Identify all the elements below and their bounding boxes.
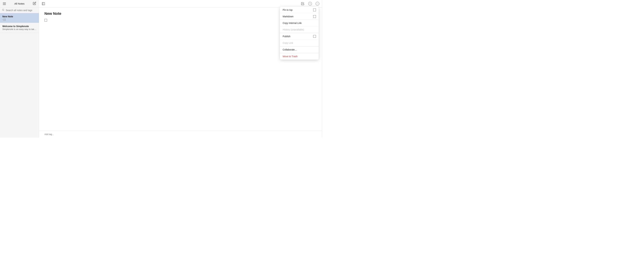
context-menu-item-pin-to-top[interactable]: Pin to top [280, 7, 319, 13]
hamburger-icon [2, 2, 6, 6]
info-button[interactable]: i [308, 1, 312, 6]
note-footer [39, 130, 322, 138]
context-menu-item-collaborate[interactable]: Collaborate... [280, 46, 319, 53]
context-menu-item-copy-internal-link[interactable]: Copy Internal Link [280, 20, 319, 26]
context-menu-label: Pin to top [283, 8, 292, 11]
context-menu-label: Publish [283, 35, 290, 38]
context-menu-label: Copy Link [283, 42, 293, 44]
new-note-button[interactable] [32, 1, 37, 6]
panel-icon [42, 2, 45, 6]
toolbar-left [41, 1, 46, 6]
note-item-title: Welcome to Simplenote [2, 25, 36, 28]
checkbox-area [44, 18, 316, 22]
hamburger-menu-button[interactable] [2, 1, 7, 6]
note-item-preview: - [ ] [2, 18, 36, 21]
more-options-button[interactable]: ··· [315, 1, 320, 6]
panel-toggle-button[interactable] [41, 1, 46, 6]
context-menu-item-markdown[interactable]: Markdown [280, 13, 319, 20]
context-menu-label: Markdown [283, 15, 294, 18]
new-note-icon [33, 2, 36, 5]
sidebar: All Notes New Note - [ ] [0, 0, 39, 138]
context-menu-item-copy-link: Copy Link [280, 40, 319, 46]
note-list: New Note - [ ] Welcome to Simplenote Sim… [0, 13, 39, 138]
checkbox-icon[interactable] [44, 19, 47, 22]
toolbar-right: i ··· [300, 1, 320, 6]
svg-line-1 [4, 10, 4, 11]
main-content: i ··· New Note [39, 0, 322, 138]
search-bar [0, 8, 39, 13]
svg-point-0 [2, 9, 4, 10]
context-menu-item-history: History (unavailable) [280, 26, 319, 33]
context-menu-label: Collaborate... [283, 48, 296, 51]
sidebar-header: All Notes [0, 0, 39, 8]
checklist-icon [301, 2, 304, 6]
pin-to-top-checkbox[interactable] [313, 8, 316, 11]
note-item-title: New Note [2, 15, 36, 18]
search-icon [2, 9, 4, 12]
context-menu: Pin to top Markdown Copy Internal Link H… [280, 7, 319, 60]
more-icon: ··· [316, 2, 319, 6]
checklist-button[interactable] [300, 1, 305, 6]
main-toolbar: i ··· [39, 0, 322, 8]
markdown-checkbox[interactable] [313, 15, 316, 18]
note-item-new-note[interactable]: New Note - [ ] [0, 13, 39, 23]
svg-rect-2 [42, 2, 45, 5]
context-menu-label: Copy Internal Link [283, 22, 302, 24]
info-icon: i [308, 2, 312, 6]
note-editor[interactable]: New Note [39, 8, 322, 130]
context-menu-item-move-to-trash[interactable]: Move to Trash [280, 53, 319, 60]
note-item-welcome[interactable]: Welcome to Simplenote Simplenote is an e… [0, 23, 39, 33]
context-menu-item-publish[interactable]: Publish [280, 33, 319, 40]
context-menu-label: Move to Trash [283, 55, 298, 58]
add-tag-input[interactable] [44, 133, 316, 136]
publish-checkbox[interactable] [313, 35, 316, 38]
sidebar-title: All Notes [14, 2, 24, 5]
search-input[interactable] [6, 9, 37, 12]
note-title: New Note [44, 12, 316, 16]
context-menu-label: History (unavailable) [283, 28, 304, 31]
note-item-preview: Simplenote is an easy way to take notes,… [2, 28, 36, 30]
app-container: All Notes New Note - [ ] [0, 0, 322, 138]
